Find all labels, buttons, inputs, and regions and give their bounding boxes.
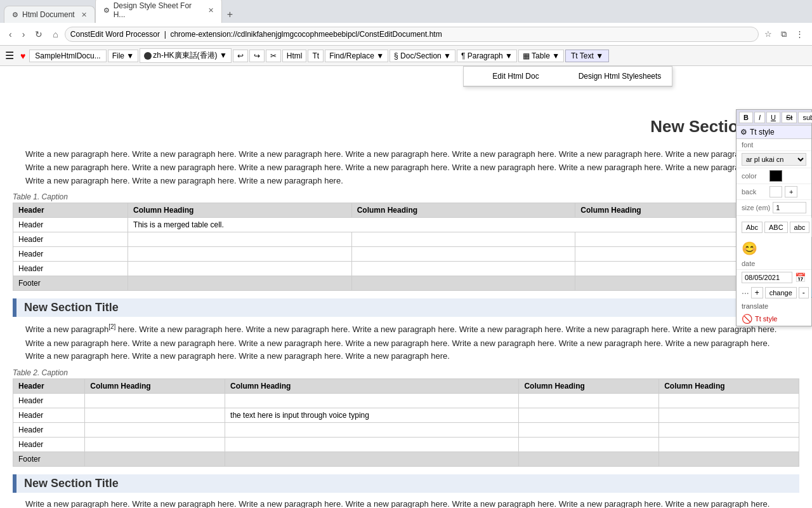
abc-upper-btn[interactable]: ABC: [764, 222, 788, 233]
tab-label-2: Design Style Sheet For H...: [114, 1, 202, 19]
abc-capitalize-btn[interactable]: Abc: [742, 222, 763, 233]
calendar-icon[interactable]: 📅: [795, 272, 806, 283]
document-area[interactable]: Edit Html Doc Design Html Stylesheets Ne…: [0, 66, 812, 508]
table1-cell-r3c3: [351, 247, 575, 262]
bold-button[interactable]: B: [739, 112, 753, 123]
file-menu[interactable]: File ▼: [108, 50, 139, 62]
font-row: font: [737, 139, 811, 151]
table2-r1c1: Header: [13, 394, 85, 408]
table-row: Header This is a merged table cell.: [13, 218, 799, 232]
table1-cell-r1c1: Header: [13, 218, 128, 232]
back-color-picker[interactable]: [769, 186, 782, 197]
abc-lower-btn[interactable]: abc: [790, 222, 810, 233]
language-selector[interactable]: zh-HK廣東話(香港) ▼: [140, 48, 232, 63]
stepper-dots[interactable]: ···: [742, 288, 749, 298]
stepper-plus-btn[interactable]: +: [751, 287, 763, 298]
stepper-minus-btn[interactable]: -: [799, 287, 809, 298]
section3-heading: New Section Title: [13, 474, 799, 493]
tt-style-icon: ⚙: [740, 128, 747, 137]
section2-paragraph: Write a new paragraph[2] here. Write a n…: [25, 322, 787, 363]
back-add-button[interactable]: +: [785, 186, 797, 197]
table2-col-heading-2: Column Heading: [225, 379, 519, 394]
remove-tt-style-button[interactable]: 🚫 Tt style: [737, 312, 811, 326]
table2-r2c1: Header: [13, 408, 85, 423]
heart-icon[interactable]: ♥: [18, 50, 28, 62]
font-select[interactable]: ar pl ukai cn: [742, 153, 806, 166]
table2-r1c5: [659, 394, 799, 408]
table1-cell-r3c1: Header: [13, 247, 128, 262]
table2-caption: Table 2. Caption: [13, 368, 799, 377]
remove-icon: 🚫: [742, 314, 752, 324]
browser-controls: ‹ › ↻ ⌂ ☆ ⧉ ⋮: [0, 23, 812, 46]
table2-r3c1: Header: [13, 423, 85, 438]
size-input[interactable]: [773, 202, 806, 213]
table-row: Footer: [13, 276, 799, 291]
table2-r2c2: [85, 408, 225, 423]
strikethrough-button[interactable]: St: [782, 112, 797, 123]
table2-r4c4: [519, 438, 659, 452]
table2-footer-c2: [85, 452, 225, 467]
date-row: date: [737, 258, 811, 270]
tab-html-document[interactable]: ⚙ Html Document ✕: [4, 6, 95, 23]
translate-label: translate: [742, 302, 768, 310]
bookmark-button[interactable]: ☆: [761, 27, 775, 41]
underline-button[interactable]: U: [766, 112, 780, 123]
table2-r3c5: [659, 423, 799, 438]
table2-r1c4: [519, 394, 659, 408]
back-row: back +: [737, 184, 811, 200]
edit-html-doc-button[interactable]: Edit Html Doc: [464, 67, 568, 86]
table2-r1c3: [225, 394, 519, 408]
tt-text-button[interactable]: Tt Text ▼: [565, 50, 609, 62]
subscript-button[interactable]: sub: [798, 112, 812, 123]
table1-caption: Table 1. Caption: [13, 192, 799, 201]
table2-col-heading-4: Column Heading: [659, 379, 799, 394]
menu-button[interactable]: ⋮: [792, 27, 807, 41]
reload-button[interactable]: ↻: [31, 27, 46, 41]
table2-header-1: Header: [13, 379, 85, 394]
date-input-row: 📅: [737, 270, 811, 285]
doc-name[interactable]: SampleHtmlDocu...: [29, 50, 106, 62]
emoji-row[interactable]: 😊: [737, 239, 811, 258]
extensions-button[interactable]: ⧉: [778, 27, 790, 41]
tab-design-style[interactable]: ⚙ Design Style Sheet For H... ✕: [95, 0, 222, 23]
paragraph-button[interactable]: ¶ Paragraph ▼: [457, 50, 517, 62]
tt-button[interactable]: Tt: [308, 50, 324, 62]
section1-large-heading-area: New Section Title: [13, 110, 799, 143]
address-bar[interactable]: [65, 27, 759, 42]
find-replace-button[interactable]: Find/Replace ▼: [325, 50, 388, 62]
format-buttons-row: B I U St sub: [737, 110, 811, 126]
date-input[interactable]: [742, 272, 792, 283]
table-row: Header: [13, 423, 799, 438]
back-label: back: [742, 188, 767, 196]
doc-section-button[interactable]: § Doc/Section ▼: [390, 50, 455, 62]
design-html-stylesheets-button[interactable]: Design Html Stylesheets: [568, 67, 672, 86]
table-button[interactable]: ▦ Table ▼: [518, 50, 564, 62]
menu-icon[interactable]: ☰: [3, 48, 16, 63]
color-picker[interactable]: [769, 170, 782, 182]
section3-heading-text: New Section Title: [24, 477, 119, 490]
table2-r4c2: [85, 438, 225, 452]
table2-r3c2: [85, 423, 225, 438]
redo-button[interactable]: ↪: [249, 50, 265, 62]
table2-r4c5: [659, 438, 799, 452]
table1-footer-c1: Footer: [13, 276, 128, 291]
change-button[interactable]: change: [765, 287, 797, 298]
forward-button[interactable]: ›: [18, 27, 29, 41]
tt-style-popup: B I U St sub ⚙ Tt style font ar pl ukai …: [736, 109, 812, 326]
html-button[interactable]: Html: [282, 50, 307, 62]
tab-close-1[interactable]: ✕: [81, 11, 87, 19]
remove-label: Tt style: [755, 315, 777, 323]
section2-heading: New Section Title: [13, 298, 799, 317]
tab-close-2[interactable]: ✕: [208, 6, 214, 15]
translate-row: translate: [737, 300, 811, 312]
home-button[interactable]: ⌂: [49, 27, 62, 41]
italic-button[interactable]: I: [754, 112, 765, 123]
table1-cell-r2c3: [351, 232, 575, 247]
table2-footer-c4: [519, 452, 659, 467]
undo-button[interactable]: ↩: [233, 50, 248, 62]
tab-bar: ⚙ Html Document ✕ ⚙ Design Style Sheet F…: [0, 0, 812, 23]
back-button[interactable]: ‹: [5, 27, 16, 41]
scissors-button[interactable]: ✂: [266, 50, 281, 62]
table2-col-heading-3: Column Heading: [519, 379, 659, 394]
new-tab-button[interactable]: +: [222, 6, 238, 23]
